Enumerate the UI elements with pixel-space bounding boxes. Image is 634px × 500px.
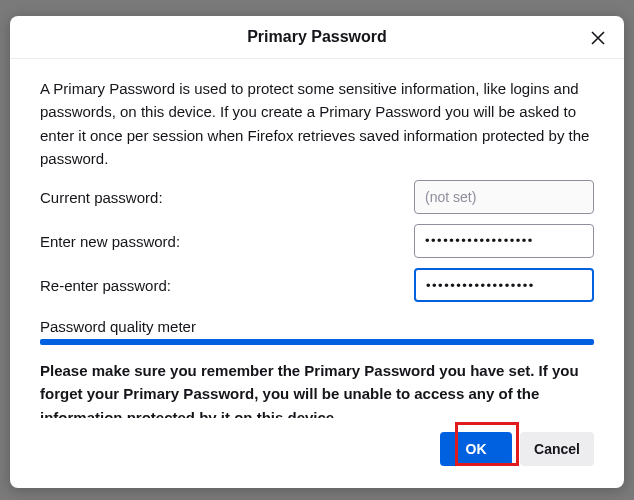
ok-button[interactable]: OK [440,432,512,466]
dialog-footer: OK Cancel [10,418,624,488]
new-password-label: Enter new password: [40,233,414,250]
current-password-row: Current password: [40,180,594,214]
reenter-password-input[interactable]: •••••••••••••••••• [414,268,594,302]
new-password-input[interactable]: •••••••••••••••••• [414,224,594,258]
reenter-password-row: Re-enter password: •••••••••••••••••• [40,268,594,302]
cancel-button[interactable]: Cancel [520,432,594,466]
close-button[interactable] [586,26,610,50]
current-password-label: Current password: [40,189,414,206]
dialog-title: Primary Password [247,28,387,45]
primary-password-dialog: Primary Password A Primary Password is u… [10,16,624,488]
current-password-input[interactable] [414,180,594,214]
reenter-password-label: Re-enter password: [40,277,414,294]
close-icon [590,30,606,46]
warning-text: Please make sure you remember the Primar… [40,359,594,418]
dialog-body: A Primary Password is used to protect so… [10,59,624,418]
quality-meter-label: Password quality meter [40,318,594,335]
dialog-header: Primary Password [10,16,624,59]
new-password-row: Enter new password: •••••••••••••••••• [40,224,594,258]
password-quality-meter [40,339,594,345]
dialog-description: A Primary Password is used to protect so… [40,77,594,170]
